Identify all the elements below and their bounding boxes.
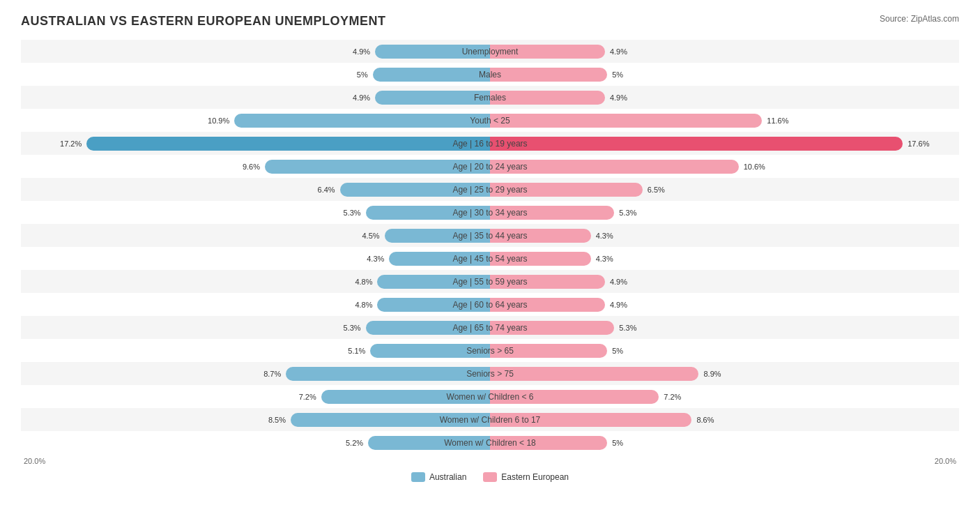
chart-row: 5% 5% Males (21, 63, 959, 86)
right-bar (490, 367, 698, 381)
center-label: Age | 65 to 74 years (450, 323, 530, 333)
right-bar (490, 137, 903, 151)
axis-left: 20.0% (21, 457, 490, 465)
center-label: Females (471, 93, 509, 103)
left-half: 5.3% (21, 201, 490, 224)
chart-row: 4.8% 4.9% Age | 60 to 64 years (21, 293, 959, 316)
center-label: Age | 35 to 44 years (450, 231, 530, 241)
chart-container: AUSTRALIAN VS EASTERN EUROPEAN UNEMPLOYM… (21, 14, 959, 482)
right-value: 5% (610, 439, 623, 447)
legend-eastern-european-label: Eastern European (501, 472, 569, 482)
left-bar (373, 68, 490, 82)
right-half: 5.3% (490, 201, 959, 224)
legend: Australian Eastern European (21, 472, 959, 482)
chart-row: 4.9% 4.9% Females (21, 86, 959, 109)
center-label: Youth < 25 (467, 116, 512, 126)
legend-australian-label: Australian (429, 472, 466, 482)
right-value: 7.2% (661, 393, 681, 401)
left-value: 10.9% (208, 116, 231, 125)
chart-title: AUSTRALIAN VS EASTERN EUROPEAN UNEMPLOYM… (21, 14, 386, 29)
center-label: Age | 30 to 34 years (450, 208, 530, 218)
left-value: 8.5% (268, 416, 288, 424)
left-half: 8.7% (21, 362, 490, 385)
center-label: Women w/ Children 6 to 17 (437, 415, 544, 425)
chart-row: 10.9% 11.6% Youth < 25 (21, 109, 959, 132)
right-value: 4.9% (608, 301, 627, 309)
axis-row: 20.0% 20.0% (21, 457, 959, 465)
right-half: 4.3% (490, 247, 959, 270)
axis-left-value: 20.0% (24, 457, 45, 465)
right-value: 5.3% (617, 209, 636, 217)
right-value: 4.9% (608, 278, 627, 286)
chart-row: 5.2% 5% Women w/ Children < 18 (21, 431, 959, 454)
right-value: 4.9% (608, 93, 627, 102)
right-half: 4.3% (490, 224, 959, 247)
right-half: 5% (490, 63, 959, 86)
center-label: Women w/ Children < 18 (441, 438, 539, 448)
left-half: 17.2% (21, 132, 490, 155)
right-value: 4.9% (608, 47, 627, 56)
chart-row: 4.9% 4.9% Unemployment (21, 40, 959, 63)
left-half: 5.3% (21, 316, 490, 339)
left-value: 5.1% (348, 347, 367, 355)
center-label: Age | 60 to 64 years (450, 300, 530, 310)
left-half: 5.2% (21, 431, 490, 454)
chart-row: 4.8% 4.9% Age | 55 to 59 years (21, 270, 959, 293)
right-half: 17.6% (490, 132, 959, 155)
left-half: 4.8% (21, 270, 490, 293)
chart-row: 6.4% 6.5% Age | 25 to 29 years (21, 178, 959, 201)
left-value: 5.3% (344, 324, 363, 332)
left-half: 5.1% (21, 339, 490, 362)
left-half: 5% (21, 63, 490, 86)
legend-australian-color (411, 472, 425, 482)
left-half: 4.5% (21, 224, 490, 247)
center-label: Unemployment (459, 47, 521, 56)
chart-source: Source: ZipAtlas.com (880, 14, 959, 24)
right-half: 8.9% (490, 362, 959, 385)
left-half: 4.3% (21, 247, 490, 270)
chart-row: 7.2% 7.2% Women w/ Children < 6 (21, 385, 959, 408)
right-value: 4.3% (594, 255, 613, 263)
left-half: 7.2% (21, 385, 490, 408)
left-half: 4.9% (21, 40, 490, 63)
right-half: 8.6% (490, 408, 959, 431)
chart-row: 9.6% 10.6% Age | 20 to 24 years (21, 155, 959, 178)
right-value: 17.6% (905, 139, 929, 148)
chart-row: 8.7% 8.9% Seniors > 75 (21, 362, 959, 385)
chart-header: AUSTRALIAN VS EASTERN EUROPEAN UNEMPLOYM… (21, 14, 959, 29)
left-bar (86, 137, 490, 151)
chart-row: 17.2% 17.6% Age | 16 to 19 years (21, 132, 959, 155)
left-value: 4.8% (355, 278, 374, 286)
right-value: 11.6% (765, 116, 788, 125)
left-value: 5.2% (346, 439, 365, 447)
left-value: 4.9% (353, 93, 372, 102)
right-value: 8.9% (701, 370, 721, 378)
left-bar (286, 367, 490, 381)
center-label: Seniors > 65 (464, 346, 516, 356)
right-value: 5% (610, 347, 623, 355)
chart-row: 4.3% 4.3% Age | 45 to 54 years (21, 247, 959, 270)
right-half: 5.3% (490, 316, 959, 339)
right-value: 8.6% (694, 416, 714, 424)
chart-row: 5.3% 5.3% Age | 30 to 34 years (21, 201, 959, 224)
left-half: 6.4% (21, 178, 490, 201)
left-value: 7.2% (299, 393, 319, 401)
left-value: 6.4% (318, 186, 337, 194)
left-half: 4.9% (21, 86, 490, 109)
center-label: Seniors > 75 (464, 369, 516, 379)
center-label: Age | 45 to 54 years (450, 254, 530, 264)
left-value: 4.9% (353, 47, 372, 56)
right-half: 4.9% (490, 86, 959, 109)
chart-rows-wrapper: 4.9% 4.9% Unemployment 5% 5% (21, 40, 959, 454)
right-half: 4.9% (490, 40, 959, 63)
right-bar (490, 68, 607, 82)
chart-row: 4.5% 4.3% Age | 35 to 44 years (21, 224, 959, 247)
left-value: 5% (357, 70, 370, 79)
right-half: 4.9% (490, 270, 959, 293)
chart-row: 5.3% 5.3% Age | 65 to 74 years (21, 316, 959, 339)
left-value: 17.2% (60, 139, 84, 148)
right-half: 5% (490, 431, 959, 454)
legend-australian: Australian (411, 472, 466, 482)
right-half: 10.6% (490, 155, 959, 178)
right-half: 6.5% (490, 178, 959, 201)
